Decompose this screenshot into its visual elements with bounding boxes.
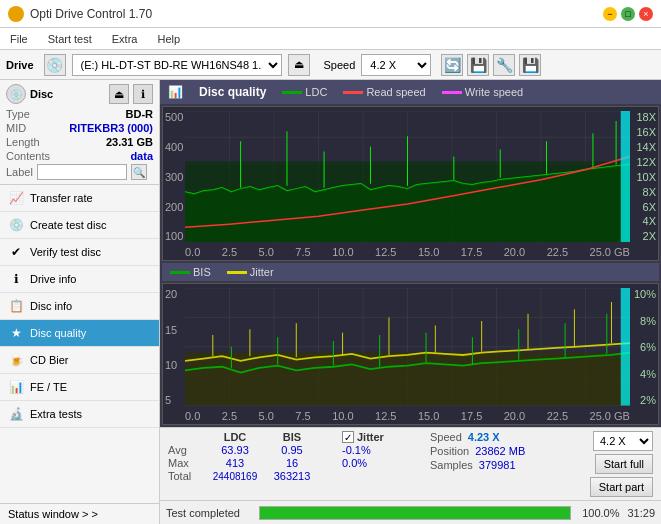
verify-test-disc-label: Verify test disc (30, 246, 101, 258)
ldc-label: LDC (305, 86, 327, 98)
drive-select[interactable]: (E:) HL-DT-ST BD-RE WH16NS48 1.D3 (72, 54, 282, 76)
sidebar-item-create-test-disc[interactable]: 💿 Create test disc (0, 212, 159, 239)
disc-info-label: Disc info (30, 300, 72, 312)
refresh-button[interactable]: 🔄 (441, 54, 463, 76)
y-right-16x: 16X (636, 126, 656, 138)
position-label: Position (430, 445, 469, 457)
avg-label: Avg (168, 444, 204, 456)
disc-action-button[interactable]: 💾 (467, 54, 489, 76)
bis-label: BIS (193, 266, 211, 278)
y-right-12x: 12X (636, 156, 656, 168)
disc-label-input[interactable] (37, 164, 127, 180)
legend-bis: BIS (170, 266, 211, 278)
sidebar-item-cd-bier[interactable]: 🍺 CD Bier (0, 347, 159, 374)
speed-select[interactable]: 4.2 X (361, 54, 431, 76)
maximize-button[interactable]: □ (621, 7, 635, 21)
sidebar-item-transfer-rate[interactable]: 📈 Transfer rate (0, 185, 159, 212)
drivebar: Drive 💿 (E:) HL-DT-ST BD-RE WH16NS48 1.D… (0, 50, 661, 80)
cd-bier-label: CD Bier (30, 354, 69, 366)
progress-status: Test completed (166, 507, 251, 519)
transfer-rate-label: Transfer rate (30, 192, 93, 204)
menu-start-test[interactable]: Start test (44, 31, 96, 47)
avg-bis: 0.95 (266, 444, 318, 456)
legend-read-speed: Read speed (343, 86, 425, 98)
sidebar-item-disc-quality[interactable]: ★ Disc quality (0, 320, 159, 347)
avg-ldc: 63.93 (206, 444, 264, 456)
chart-title: Disc quality (199, 85, 266, 99)
progress-percent: 100.0% (579, 507, 619, 519)
jitter-color (227, 271, 247, 274)
status-window-button[interactable]: Status window > > (0, 503, 159, 524)
samples-value: 379981 (479, 459, 516, 471)
test-speed-select[interactable]: 4.2 X (593, 431, 653, 451)
disc-label-label: Label (6, 166, 33, 178)
app-title: Opti Drive Control 1.70 (30, 7, 152, 21)
chart-icon: 📊 (168, 85, 183, 99)
total-ldc: 24408169 (206, 471, 264, 482)
drive-toolbar-icons: 🔄 💾 🔧 💾 (441, 54, 541, 76)
disc-label-row: Label 🔍 (6, 164, 153, 180)
close-button[interactable]: × (639, 7, 653, 21)
bottom-x-labels: 0.0 2.5 5.0 7.5 10.0 12.5 15.0 17.5 20.0… (185, 410, 630, 422)
sidebar-item-drive-info[interactable]: ℹ Drive info (0, 266, 159, 293)
menu-help[interactable]: Help (153, 31, 184, 47)
disc-eject-button[interactable]: ⏏ (109, 84, 129, 104)
content-area: 📊 Disc quality LDC Read speed Write spee… (160, 80, 661, 524)
sidebar-item-disc-info[interactable]: 📋 Disc info (0, 293, 159, 320)
y-label-300: 300 (165, 171, 183, 183)
sidebar-item-extra-tests[interactable]: 🔬 Extra tests (0, 401, 159, 428)
settings-button[interactable]: 🔧 (493, 54, 515, 76)
y-right-8x: 8X (636, 186, 656, 198)
avg-jitter: -0.1% (342, 444, 414, 456)
y-right-4pct: 4% (634, 368, 656, 380)
disc-type-label: Type (6, 108, 30, 120)
speed-stat-value: 4.23 X (468, 431, 500, 443)
save-button[interactable]: 💾 (519, 54, 541, 76)
disc-header: 💿 Disc ⏏ ℹ (6, 84, 153, 104)
disc-contents-row: Contents data (6, 150, 153, 162)
cd-bier-icon: 🍺 (8, 352, 24, 368)
top-y-labels: 500 400 300 200 100 (165, 111, 183, 242)
chart-header: 📊 Disc quality LDC Read speed Write spee… (160, 80, 661, 104)
drive-disc-icon: 💿 (44, 54, 66, 76)
disc-info-button[interactable]: ℹ (133, 84, 153, 104)
verify-test-disc-icon: ✔ (8, 244, 24, 260)
create-test-disc-label: Create test disc (30, 219, 106, 231)
avg-row: Avg 63.93 0.95 -0.1% (168, 444, 414, 456)
menu-file[interactable]: File (6, 31, 32, 47)
drive-info-label: Drive info (30, 273, 76, 285)
legend-write-speed: Write speed (442, 86, 524, 98)
legend-ldc: LDC (282, 86, 327, 98)
top-x-labels: 0.0 2.5 5.0 7.5 10.0 12.5 15.0 17.5 20.0… (185, 246, 630, 258)
start-full-button[interactable]: Start full (595, 454, 653, 474)
start-part-button[interactable]: Start part (590, 477, 653, 497)
stats-section: LDC BIS ✓ Jitter Avg 63.93 0.95 -0.1% (160, 427, 661, 500)
sidebar-item-fe-te[interactable]: 📊 FE / TE (0, 374, 159, 401)
fe-te-label: FE / TE (30, 381, 67, 393)
y-label-20: 20 (165, 288, 177, 300)
bottom-chart-svg (185, 288, 630, 406)
minimize-button[interactable]: − (603, 7, 617, 21)
nav-items: 📈 Transfer rate 💿 Create test disc ✔ Ver… (0, 185, 159, 503)
position-row: Position 23862 MB (430, 445, 525, 457)
y-label-10: 10 (165, 359, 177, 371)
drive-eject-button[interactable]: ⏏ (288, 54, 310, 76)
jitter-checkbox[interactable]: ✓ (342, 431, 354, 443)
progress-bar-fill (260, 507, 570, 519)
top-y-labels-right: 18X 16X 14X 12X 10X 8X 6X 4X 2X (636, 111, 658, 242)
action-panel: 4.2 X Start full Start part (590, 431, 653, 497)
disc-contents-label: Contents (6, 150, 50, 162)
disc-type-row: Type BD-R (6, 108, 153, 120)
y-right-18x: 18X (636, 111, 656, 123)
read-speed-label: Read speed (366, 86, 425, 98)
read-speed-color (343, 91, 363, 94)
charts-container: 500 400 300 200 100 18X 16X 14X 12X 10X … (160, 104, 661, 427)
disc-length-label: Length (6, 136, 40, 148)
sidebar-item-verify-test-disc[interactable]: ✔ Verify test disc (0, 239, 159, 266)
samples-row: Samples 379981 (430, 459, 525, 471)
disc-label-button[interactable]: 🔍 (131, 164, 147, 180)
main-layout: 💿 Disc ⏏ ℹ Type BD-R MID RITEKBR3 (000) … (0, 80, 661, 524)
y-right-10x: 10X (636, 171, 656, 183)
jitter-label: Jitter (250, 266, 274, 278)
menu-extra[interactable]: Extra (108, 31, 142, 47)
